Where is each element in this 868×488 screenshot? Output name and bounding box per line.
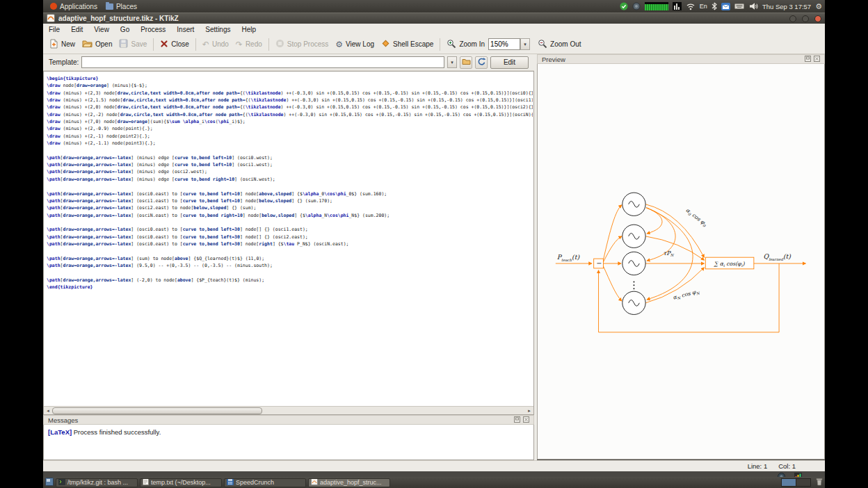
code-line: [47, 183, 533, 190]
template-reload-button[interactable]: [475, 56, 488, 69]
template-browse-button[interactable]: [460, 56, 472, 69]
redo-icon: ↷: [236, 40, 243, 49]
code-line: \path[draw=orange,arrows=-latex] (minus)…: [47, 161, 533, 168]
template-dropdown-arrow[interactable]: ▾: [447, 56, 457, 68]
clock[interactable]: Thu Sep 3 17:57: [762, 3, 811, 10]
code-line: [47, 219, 533, 226]
preview-panel: Preview: [537, 54, 825, 460]
maximize-button[interactable]: [802, 15, 809, 22]
preview-header: Preview: [537, 54, 825, 64]
toolbar-separator: [440, 38, 440, 51]
close-panel-icon[interactable]: [523, 416, 529, 424]
toolbar-separator: [153, 38, 154, 51]
show-desktop-icon[interactable]: [45, 476, 54, 488]
workspace-switcher[interactable]: [781, 478, 811, 487]
detach-panel-icon[interactable]: [514, 416, 520, 424]
keyboard-icon[interactable]: [734, 3, 744, 10]
code-line: [47, 269, 533, 276]
gnome-bottom-panel: /tmp/ktikz.git : bash ... temp.txt (~/De…: [43, 477, 825, 488]
code-line: \draw (minus) +(2,-2) node[draw,circle,t…: [47, 111, 533, 118]
sum-label: ∑ αi cos(φi): [714, 261, 746, 268]
menu-help[interactable]: Help: [236, 24, 262, 35]
code-line: \draw (minus) +(2,3) node[draw,circle,te…: [47, 90, 533, 97]
code-line: \draw (minus) +(7,0) node[draw=orange](s…: [47, 118, 533, 125]
trash-icon[interactable]: [816, 476, 823, 488]
save-button[interactable]: Save: [115, 38, 150, 51]
menu-go[interactable]: Go: [115, 24, 135, 35]
zoom-in-icon: [447, 39, 456, 50]
close-window-button[interactable]: [814, 15, 821, 22]
window-titlebar[interactable]: adaptive_hopf_structure.tikz - KTikZ: [43, 13, 825, 24]
code-line: \path[draw=orange,arrows=-latex] (osci2.…: [47, 204, 533, 211]
code-editor[interactable]: \begin{tikzpicture}\draw node[draw=orang…: [47, 75, 533, 405]
shell-escape-icon: [381, 39, 390, 49]
scrollbar-thumb[interactable]: [52, 407, 262, 414]
updates-icon[interactable]: [620, 2, 628, 10]
cursor-line-indicator: Line: 1: [748, 462, 768, 470]
editor-horizontal-scrollbar[interactable]: ◂ ▸: [44, 406, 533, 414]
latex-message: Process finished successfully.: [72, 428, 161, 436]
template-combobox[interactable]: [81, 56, 444, 68]
places-folder-icon: [106, 3, 113, 10]
code-line: \draw (minus) +(2,1.5) node[draw,circle,…: [47, 97, 533, 104]
view-log-button[interactable]: ⚙ View Log: [332, 39, 378, 50]
template-edit-button[interactable]: Edit: [490, 56, 529, 69]
scroll-right-arrow[interactable]: ▸: [525, 407, 533, 414]
taskbar-window-ktikz[interactable]: adaptive_hopf_struc...: [308, 478, 390, 487]
alpha0-label: α0 cos φ0: [684, 207, 709, 228]
new-document-icon: [49, 39, 58, 50]
session-indicator-icon[interactable]: [632, 2, 641, 10]
zoom-dropdown-arrow[interactable]: ▾: [520, 38, 530, 50]
close-panel-icon[interactable]: [814, 56, 820, 63]
code-line: \path[draw=orange,arrows=-latex] (-2,0) …: [47, 277, 533, 284]
code-line: \path[draw=orange,arrows=-latex] (sum) t…: [47, 255, 533, 262]
wifi-icon[interactable]: [686, 2, 696, 10]
menu-bar: File Edit View Go Process Insert Setting…: [43, 24, 825, 35]
zoom-level-input[interactable]: [488, 38, 520, 50]
taskbar-window-texteditor[interactable]: temp.txt (~/Desktop...: [140, 478, 222, 487]
latex-tag: [LaTeX]: [48, 428, 72, 436]
undo-button[interactable]: ↶ Undo: [199, 39, 232, 50]
taskbar-window-terminal[interactable]: /tmp/ktikz.git : bash ...: [56, 478, 138, 487]
menu-process[interactable]: Process: [135, 24, 171, 35]
menu-edit[interactable]: Edit: [65, 24, 88, 35]
status-bar: Line: 1 Col: 1: [43, 460, 825, 471]
code-line: \path[draw=orange,arrows=-latex] (minus)…: [47, 168, 533, 175]
shell-escape-button[interactable]: Shell Escape: [378, 38, 437, 51]
minus-label: −: [595, 259, 602, 267]
code-line: \draw (minus) +(2,-0.9) node(point){.};: [47, 125, 533, 132]
applications-menu[interactable]: Applications: [46, 0, 102, 13]
open-button[interactable]: Open: [79, 38, 115, 51]
redo-button[interactable]: ↷ Redo: [232, 39, 266, 50]
template-row: Template: ▾ Edit: [43, 54, 534, 71]
mail-icon[interactable]: [721, 3, 730, 10]
toolbar-separator: [268, 38, 269, 51]
scroll-left-arrow[interactable]: ◂: [44, 407, 52, 414]
detach-panel-icon[interactable]: [805, 56, 811, 63]
keyboard-layout-indicator[interactable]: En: [700, 3, 707, 10]
menu-file[interactable]: File: [43, 24, 65, 35]
power-gear-icon[interactable]: ⚙: [815, 2, 822, 11]
messages-title: Messages: [48, 416, 78, 424]
menu-settings[interactable]: Settings: [200, 24, 236, 35]
code-line: \path[draw=orange,arrows=-latex] (osci0.…: [47, 241, 533, 247]
close-file-button[interactable]: Close: [156, 38, 193, 51]
bluetooth-icon[interactable]: [712, 2, 717, 10]
app-icon: [47, 14, 55, 24]
volume-icon[interactable]: [748, 2, 758, 10]
menu-insert[interactable]: Insert: [171, 24, 200, 35]
code-line: \path[draw=orange,arrows=-latex] (minus)…: [47, 154, 533, 161]
stop-process-button[interactable]: Stop Process: [272, 38, 332, 51]
menu-view[interactable]: View: [88, 24, 115, 35]
places-menu[interactable]: Places: [102, 0, 141, 13]
zoom-in-button[interactable]: Zoom In: [443, 38, 488, 51]
new-button[interactable]: New: [46, 38, 79, 51]
gnome-top-panel: Applications Places En: [43, 0, 825, 13]
minimize-button[interactable]: [789, 15, 796, 22]
system-monitor-bars-icon[interactable]: [673, 2, 682, 10]
code-line: [47, 247, 533, 254]
zoom-out-button[interactable]: Zoom Out: [534, 38, 584, 51]
system-monitor-graph-icon[interactable]: [645, 2, 668, 10]
preview-canvas[interactable]: − Pteach(t) Qlearned(t) ∑ αi cos(φi) α0 …: [537, 64, 825, 459]
taskbar-window-speedcrunch[interactable]: SpeedCrunch: [224, 478, 306, 487]
